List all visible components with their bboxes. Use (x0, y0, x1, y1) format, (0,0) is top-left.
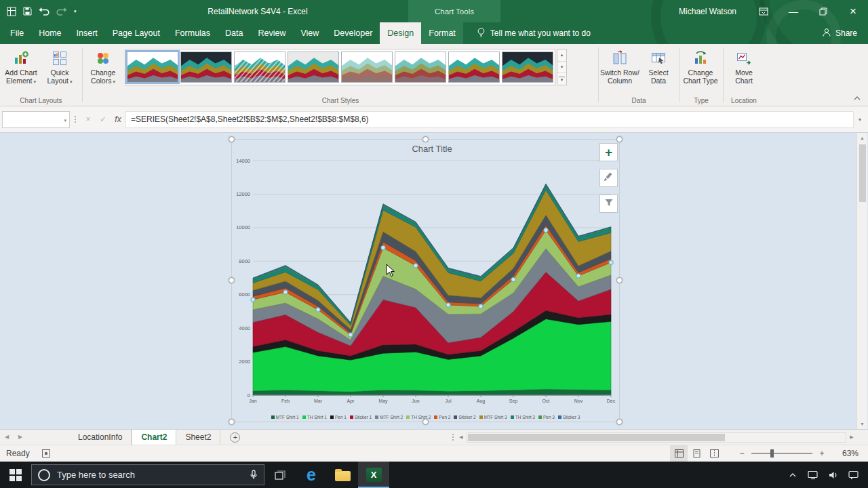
vertical-scrollbar[interactable]: ▲ ▼ (856, 133, 867, 429)
chart-style-option-5[interactable] (341, 52, 393, 83)
close-button[interactable]: × (838, 0, 868, 22)
speaker-icon[interactable] (823, 462, 844, 488)
formula-input[interactable]: =SERIES(Sheet2!$A$8,Sheet2!$B$2:$M$2,She… (125, 111, 854, 128)
svg-text:Mar: Mar (314, 399, 323, 403)
gallery-more-icon[interactable]: ▾ (557, 73, 566, 85)
scroll-left-icon[interactable]: ◀ (456, 434, 467, 440)
ribbon-tab-home[interactable]: Home (31, 22, 68, 44)
zoom-slider[interactable] (751, 453, 812, 454)
tray-chevron-up-icon[interactable] (783, 462, 803, 488)
gallery-scroll-down-icon[interactable]: ▾ (557, 62, 566, 74)
ribbon-tab-developer[interactable]: Developer (326, 22, 380, 44)
svg-text:Apr: Apr (347, 399, 355, 404)
chart-resize-handle[interactable] (229, 419, 235, 425)
ribbon-tab-file[interactable]: File (3, 22, 31, 44)
chart-resize-handle[interactable] (229, 277, 235, 283)
undo-icon[interactable] (39, 7, 50, 16)
macro-record-icon[interactable] (42, 449, 50, 458)
microphone-icon[interactable] (250, 470, 258, 481)
scroll-up-icon[interactable]: ▲ (860, 133, 865, 143)
chart-elements-button[interactable]: + (599, 143, 618, 161)
add-chart-element-button[interactable]: Add ChartElement▾ (1, 47, 41, 86)
name-box-dropdown-icon[interactable]: ▾ (64, 118, 66, 123)
chart-resize-handle[interactable] (229, 136, 235, 142)
gallery-scroll-up-icon[interactable]: ▴ (557, 49, 566, 62)
ribbon-tab-page-layout[interactable]: Page Layout (105, 22, 167, 44)
chart-filters-button[interactable] (599, 195, 618, 213)
ribbon-tab-view[interactable]: View (293, 22, 326, 44)
chart-resize-handle[interactable] (422, 136, 429, 142)
stacked-area-chart[interactable]: 02000400060008000100001200014000JanFebMa… (232, 140, 620, 423)
formula-bar-expand-icon[interactable]: ▾ (854, 117, 866, 123)
select-data-button[interactable]: SelectData (639, 47, 677, 85)
scroll-down-icon[interactable]: ▼ (860, 419, 865, 429)
chart-style-option-6[interactable] (395, 52, 446, 83)
horizontal-scrollbar[interactable]: ◀ ▶ (456, 430, 857, 445)
restore-button[interactable] (808, 0, 838, 22)
insert-function-button[interactable]: fx (111, 115, 125, 124)
excel-taskbar-button[interactable]: X (358, 462, 389, 488)
ribbon-tab-format[interactable]: Format (421, 22, 463, 44)
new-sheet-button[interactable]: + (230, 432, 240, 443)
switch-row-column-button[interactable]: Switch Row/Column (600, 47, 639, 85)
sheet-tab-chart2[interactable]: Chart2 (132, 430, 176, 445)
tab-bar-splitter[interactable] (450, 430, 456, 445)
quick-layout-button[interactable]: QuickLayout▾ (41, 47, 79, 86)
chart-resize-handle[interactable] (616, 277, 623, 283)
normal-view-button[interactable] (670, 445, 688, 462)
move-chart-button[interactable]: MoveChart (725, 47, 763, 85)
scroll-right-icon[interactable]: ▶ (846, 434, 857, 440)
chart-style-option-1[interactable] (127, 52, 178, 83)
save-icon[interactable] (23, 7, 32, 16)
edge-button[interactable]: e (296, 462, 327, 488)
sheet-nav-left-icon[interactable]: ◀ (0, 430, 14, 445)
sheet-nav-right-icon[interactable]: ▶ (14, 430, 27, 445)
chart-styles-button[interactable] (599, 169, 618, 187)
redo-icon[interactable] (56, 7, 67, 16)
user-name[interactable]: Michael Watson (679, 7, 736, 16)
minimize-button[interactable]: — (778, 0, 808, 22)
start-button[interactable] (0, 462, 31, 488)
zoom-in-button[interactable]: + (815, 449, 829, 458)
sheet-tab-locationinfo[interactable]: LocationInfo (69, 430, 132, 445)
zoom-slider-handle[interactable] (770, 449, 774, 458)
customize-qat-icon[interactable]: ▾ (74, 9, 77, 14)
chart-style-option-8[interactable] (502, 52, 553, 83)
enter-button[interactable]: ✓ (96, 115, 111, 124)
zoom-level[interactable]: 63% (829, 449, 859, 458)
ribbon-tab-design[interactable]: Design (380, 22, 421, 44)
vertical-scrollbar-thumb[interactable] (859, 144, 866, 202)
name-box[interactable]: ▾ (2, 111, 70, 128)
change-colors-button[interactable]: ChangeColors▾ (84, 47, 122, 86)
chart-resize-handle[interactable] (616, 419, 623, 425)
ribbon-tab-review[interactable]: Review (250, 22, 293, 44)
cancel-button[interactable]: × (81, 115, 96, 124)
horizontal-scrollbar-thumb[interactable] (468, 434, 725, 441)
chart-style-option-4[interactable] (288, 52, 339, 83)
chart-resize-handle[interactable] (616, 136, 623, 142)
chart-style-option-2[interactable] (180, 52, 232, 83)
chart-sheet[interactable]: 02000400060008000100001200014000JanFebMa… (0, 133, 868, 429)
chart-style-option-3[interactable] (234, 52, 285, 83)
notification-icon[interactable] (844, 462, 864, 488)
file-explorer-button[interactable] (327, 462, 358, 488)
collapse-ribbon-button[interactable] (853, 92, 861, 104)
ribbon-display-options-button[interactable] (749, 0, 778, 22)
share-button[interactable]: Share (822, 22, 857, 44)
chart[interactable]: 02000400060008000100001200014000JanFebMa… (231, 139, 620, 422)
sheet-tab-sheet2[interactable]: Sheet2 (176, 430, 220, 445)
ribbon-tab-insert[interactable]: Insert (69, 22, 105, 44)
zoom-out-button[interactable]: − (735, 449, 749, 458)
page-layout-view-button[interactable] (688, 445, 705, 462)
chart-resize-handle[interactable] (422, 419, 429, 425)
tell-me-box[interactable]: Tell me what you want to do (477, 22, 591, 44)
ribbon-tab-data[interactable]: Data (218, 22, 250, 44)
ribbon-tab-formulas[interactable]: Formulas (167, 22, 218, 44)
display-icon[interactable] (803, 462, 823, 488)
change-chart-type-button[interactable]: ChangeChart Type (681, 47, 720, 85)
chart-style-option-7[interactable] (448, 52, 500, 83)
formula-bar-splitter[interactable] (71, 116, 79, 123)
taskbar-search-box[interactable]: Type here to search (31, 464, 264, 485)
page-break-view-button[interactable] (705, 445, 723, 462)
task-view-button[interactable] (264, 462, 296, 488)
